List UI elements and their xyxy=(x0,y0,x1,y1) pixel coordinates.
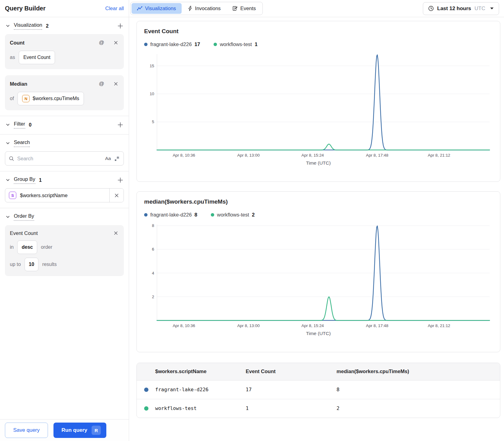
legend-item[interactable]: workflows-test1 xyxy=(214,41,258,47)
time-range-timezone: UTC xyxy=(474,6,485,12)
script-name-value: workflows-test xyxy=(155,405,197,411)
tab-label: Events xyxy=(240,6,256,11)
remove-visualization-icon[interactable] xyxy=(113,81,119,87)
result-limit-value: 10 xyxy=(29,262,34,267)
result-limit-input[interactable]: 10 xyxy=(25,258,39,271)
median-cell: 8 xyxy=(337,380,500,399)
query-builder-sidebar: Query Builder Clear all Visualization 2 xyxy=(0,0,129,441)
svg-text:4: 4 xyxy=(152,271,154,275)
table-body: fragrant-lake-d226178workflows-test12 xyxy=(137,380,500,418)
svg-text:10: 10 xyxy=(150,92,154,96)
visualization-card-title: Median xyxy=(10,81,27,87)
sidebar-header: Query Builder Clear all xyxy=(0,0,129,17)
svg-text:Apr 8, 15:24: Apr 8, 15:24 xyxy=(301,153,324,158)
svg-text:5: 5 xyxy=(152,119,154,124)
visualization-count: 2 xyxy=(46,23,49,29)
event-count-chart-card: Event Count fragrant-lake-d22617workflow… xyxy=(136,21,500,182)
svg-text:Apr 8, 17:48: Apr 8, 17:48 xyxy=(366,153,388,158)
clear-all-link[interactable]: Clear all xyxy=(105,6,124,11)
group-by-field[interactable]: S $workers.scriptName xyxy=(5,188,124,202)
section-filter: Filter 0 xyxy=(0,116,129,135)
x-axis-label: Time (UTC) xyxy=(144,331,493,336)
table-row: fragrant-lake-d226178 xyxy=(137,380,500,399)
order-by-section-label: Order By xyxy=(14,213,34,221)
table-row: workflows-test12 xyxy=(137,399,500,418)
order-label: order xyxy=(41,244,52,250)
up-to-label: up to xyxy=(10,262,21,267)
chevron-down-icon[interactable] xyxy=(5,23,11,29)
legend-series-name: workflows-test xyxy=(220,41,252,47)
add-visualization-button[interactable] xyxy=(117,22,124,29)
tab-invocations[interactable]: Invocations xyxy=(182,3,226,14)
chart-legend: fragrant-lake-d22617workflows-test1 xyxy=(144,41,493,47)
visualization-alias-field[interactable]: Event Count xyxy=(19,51,55,64)
visualization-section-label: Visualization xyxy=(14,22,42,30)
chevron-down-icon[interactable] xyxy=(5,122,11,128)
chevron-down-icon[interactable] xyxy=(5,140,11,146)
remove-group-by-icon[interactable] xyxy=(109,189,124,202)
legend-item[interactable]: fragrant-lake-d22617 xyxy=(144,41,200,47)
svg-text:15: 15 xyxy=(150,64,154,68)
visualization-card-median: Median @ of N $workers.cpuTimeMs xyxy=(5,75,124,110)
at-mention-icon[interactable]: @ xyxy=(98,39,105,46)
sidebar-body: Visualization 2 Count @ xyxy=(0,17,129,419)
group-by-section-label: Group By xyxy=(14,176,35,184)
chevron-down-icon[interactable] xyxy=(5,214,11,220)
number-type-icon: N xyxy=(22,95,30,102)
tab-events[interactable]: Events xyxy=(227,3,261,14)
x-axis-label: Time (UTC) xyxy=(144,160,493,166)
tab-visualizations[interactable]: Visualizations xyxy=(132,3,182,14)
legend-item[interactable]: fragrant-lake-d2268 xyxy=(144,212,197,218)
section-group-by: Group By 1 S $workers.scriptName xyxy=(0,171,129,208)
at-mention-icon[interactable]: @ xyxy=(98,80,105,88)
in-label: in xyxy=(10,244,14,250)
script-name-cell: fragrant-lake-d226 xyxy=(137,380,246,399)
remove-visualization-icon[interactable] xyxy=(113,40,119,46)
svg-text:Apr 8, 21:12: Apr 8, 21:12 xyxy=(428,323,450,328)
legend-series-value: 8 xyxy=(195,212,197,218)
match-case-icon[interactable]: Aa xyxy=(105,156,111,161)
visualization-card-count: Count @ as Event Count xyxy=(5,34,124,69)
lightning-icon xyxy=(188,6,192,11)
as-label: as xyxy=(10,55,15,60)
main-header: Visualizations Invocations Events xyxy=(129,0,504,17)
group-by-section-header: Group By 1 xyxy=(5,176,124,184)
save-query-button[interactable]: Save query xyxy=(5,423,48,438)
order-direction-value: desc xyxy=(22,244,33,250)
add-filter-button[interactable] xyxy=(117,121,124,128)
tab-label: Visualizations xyxy=(145,6,176,11)
clock-icon xyxy=(428,6,434,11)
legend-series-name: workflows-test xyxy=(217,212,249,218)
remove-order-by-icon[interactable] xyxy=(113,230,119,236)
time-range-value: Last 12 hours xyxy=(437,6,471,12)
legend-item[interactable]: workflows-test2 xyxy=(211,212,255,218)
chevron-down-icon[interactable] xyxy=(5,177,11,183)
main-content: Event Count fragrant-lake-d22617workflow… xyxy=(129,17,504,441)
run-query-shortcut-badge: R xyxy=(92,426,101,435)
visualization-card-title: Count xyxy=(10,40,25,46)
time-range-selector[interactable]: Last 12 hours UTC xyxy=(423,2,499,15)
group-by-count: 1 xyxy=(39,178,42,183)
add-group-by-button[interactable] xyxy=(117,177,124,184)
caret-down-icon xyxy=(490,7,494,10)
order-by-field: Event Count xyxy=(10,230,38,236)
series-color-dot xyxy=(144,388,148,392)
svg-text:Apr 8, 13:00: Apr 8, 13:00 xyxy=(237,323,260,328)
section-visualization: Visualization 2 Count @ xyxy=(0,17,129,116)
legend-dot xyxy=(214,43,217,46)
filter-section-header: Filter 0 xyxy=(5,121,124,129)
search-input[interactable] xyxy=(17,156,102,162)
event-count-chart: 51015Apr 8, 10:36Apr 8, 13:00Apr 8, 15:2… xyxy=(144,52,493,159)
regex-icon[interactable] xyxy=(114,156,120,162)
svg-text:Apr 8, 21:12: Apr 8, 21:12 xyxy=(428,153,450,158)
order-direction-select[interactable]: desc xyxy=(17,240,37,254)
visualization-alias-value: Event Count xyxy=(23,55,50,60)
of-label: of xyxy=(10,96,14,101)
run-query-button[interactable]: Run query R xyxy=(53,423,106,438)
visualization-field-selector[interactable]: N $workers.cpuTimeMs xyxy=(18,92,84,105)
search-section-header: Search xyxy=(5,139,124,147)
svg-text:6: 6 xyxy=(152,247,154,252)
svg-text:Apr 8, 10:36: Apr 8, 10:36 xyxy=(173,153,195,158)
view-tabs: Visualizations Invocations Events xyxy=(130,2,263,15)
legend-series-name: fragrant-lake-d226 xyxy=(150,212,192,218)
